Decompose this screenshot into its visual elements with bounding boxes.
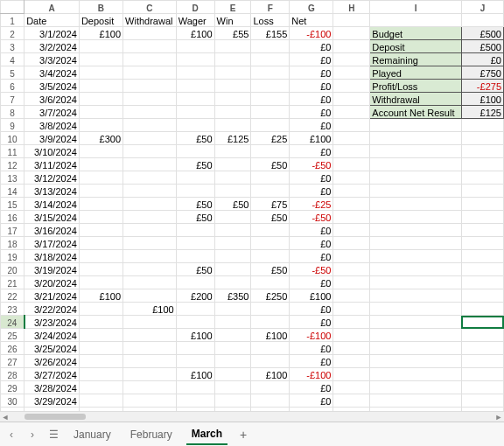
cell-G10[interactable]: £100 [290,132,333,145]
cell-D4[interactable] [176,53,214,66]
cell-J26[interactable] [461,342,503,355]
cell-E6[interactable] [214,80,251,93]
cell-A5[interactable]: 3/4/2024 [24,66,80,80]
cell-G15[interactable]: -£25 [290,198,333,211]
cell-J4[interactable]: £0 [461,53,503,66]
row-header-19[interactable]: 19 [1,250,24,263]
row-header-16[interactable]: 16 [1,211,24,224]
cell-J5[interactable]: £750 [461,66,503,80]
cell-H28[interactable] [333,368,370,381]
cell-D23[interactable] [176,303,214,316]
cell-E20[interactable] [214,263,251,276]
cell-D24[interactable] [176,316,214,329]
cell-I13[interactable] [370,171,462,185]
cell-H27[interactable] [333,355,370,368]
cell-H1[interactable] [333,14,370,27]
cell-A28[interactable]: 3/27/2024 [24,368,80,381]
cell-G17[interactable]: £0 [290,224,333,237]
cell-D28[interactable]: £100 [176,368,214,381]
cell-H23[interactable] [333,303,370,316]
cell-B23[interactable] [79,303,122,316]
cell-F30[interactable] [251,394,290,408]
cell-H12[interactable] [333,158,370,171]
cell-D12[interactable]: £50 [176,158,214,171]
cell-A11[interactable]: 3/10/2024 [24,145,80,158]
cell-A27[interactable]: 3/26/2024 [24,355,80,368]
cell-H13[interactable] [333,171,370,185]
cell-A6[interactable]: 3/5/2024 [24,80,80,93]
cell-F4[interactable] [251,53,290,66]
cell-I2[interactable]: Budget [370,27,462,40]
col-header-D[interactable]: D [176,1,214,14]
cell-F14[interactable] [251,185,290,198]
row-header-14[interactable]: 14 [1,185,24,198]
cell-I15[interactable] [370,198,462,211]
cell-A10[interactable]: 3/9/2024 [24,132,80,145]
cell-B13[interactable] [79,171,122,185]
cell-I12[interactable] [370,158,462,171]
cell-C20[interactable] [123,263,177,276]
cell-H6[interactable] [333,80,370,93]
cell-F17[interactable] [251,224,290,237]
row-header-17[interactable]: 17 [1,224,24,237]
cell-A1[interactable]: Date [24,14,80,27]
cell-E24[interactable] [214,316,251,329]
cell-H25[interactable] [333,329,370,342]
cell-D14[interactable] [176,185,214,198]
cell-B3[interactable] [79,40,122,53]
cell-G8[interactable]: £0 [290,106,333,119]
cell-G12[interactable]: -£50 [290,158,333,171]
cell-E7[interactable] [214,93,251,106]
cell-J3[interactable]: £500 [461,40,503,53]
cell-C26[interactable] [123,342,177,355]
cell-F29[interactable] [251,381,290,394]
cell-C23[interactable]: £100 [123,303,177,316]
cell-D2[interactable]: £100 [176,27,214,40]
cell-E17[interactable] [214,224,251,237]
cell-B22[interactable]: £100 [79,289,122,303]
cell-H15[interactable] [333,198,370,211]
cell-J6[interactable]: -£275 [461,80,503,93]
cell-F2[interactable]: £155 [251,27,290,40]
cell-H20[interactable] [333,263,370,276]
cell-I21[interactable] [370,276,462,289]
cell-I5[interactable]: Played [370,66,462,80]
cell-G26[interactable]: £0 [290,342,333,355]
cell-G30[interactable]: £0 [290,394,333,408]
cell-C12[interactable] [123,158,177,171]
cell-H2[interactable] [333,27,370,40]
row-header-20[interactable]: 20 [1,263,24,276]
cell-I11[interactable] [370,145,462,158]
cell-F18[interactable] [251,237,290,250]
cell-B12[interactable] [79,158,122,171]
col-header-C[interactable]: C [123,1,177,14]
cell-E26[interactable] [214,342,251,355]
cell-D29[interactable] [176,381,214,394]
cell-D16[interactable]: £50 [176,211,214,224]
row-header-18[interactable]: 18 [1,237,24,250]
col-header-J[interactable]: J [461,1,503,14]
cell-F23[interactable] [251,303,290,316]
cell-C1[interactable]: Withdrawal [123,14,177,27]
cell-C29[interactable] [123,381,177,394]
cell-E19[interactable] [214,250,251,263]
cell-C25[interactable] [123,329,177,342]
cell-A30[interactable]: 3/29/2024 [24,394,80,408]
row-header-21[interactable]: 21 [1,276,24,289]
row-header-5[interactable]: 5 [1,66,24,80]
cell-B27[interactable] [79,355,122,368]
cell-B5[interactable] [79,66,122,80]
cell-B19[interactable] [79,250,122,263]
cell-J30[interactable] [461,394,503,408]
cell-J25[interactable] [461,329,503,342]
cell-C19[interactable] [123,250,177,263]
cell-C28[interactable] [123,368,177,381]
cell-B24[interactable] [79,316,122,329]
cell-G9[interactable]: £0 [290,119,333,132]
cell-F1[interactable]: Loss [251,14,290,27]
cell-G6[interactable]: £0 [290,80,333,93]
cell-J24[interactable] [461,316,503,329]
cell-F12[interactable]: £50 [251,158,290,171]
cell-A9[interactable]: 3/8/2024 [24,119,80,132]
cell-G4[interactable]: £0 [290,53,333,66]
